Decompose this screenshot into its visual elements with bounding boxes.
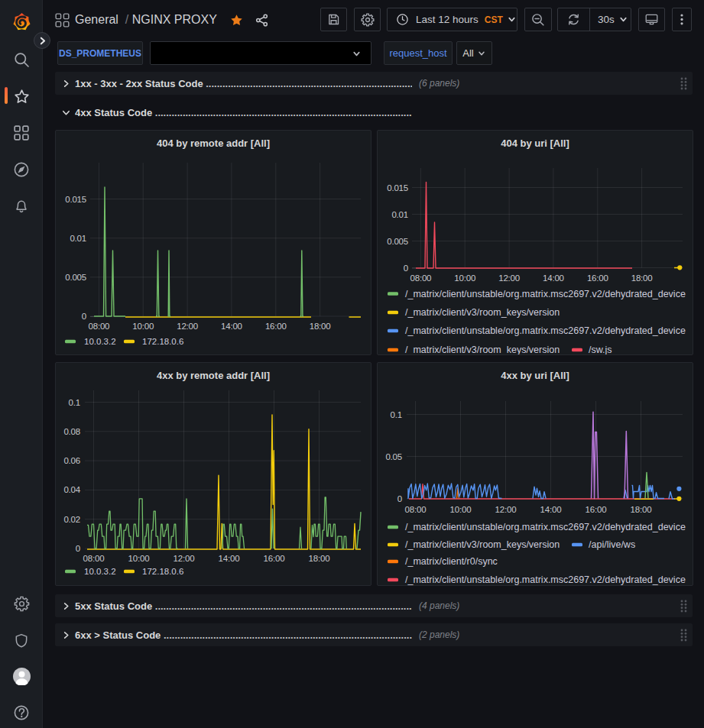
- svg-text:10.0.3.2: 10.0.3.2: [84, 567, 116, 576]
- svg-text:0.1: 0.1: [391, 410, 402, 419]
- svg-text:18:00: 18:00: [309, 554, 330, 563]
- svg-text:/_matrix/client/unstable/org.m: /_matrix/client/unstable/org.matrix.msc2…: [405, 574, 686, 585]
- svg-text:08:00: 08:00: [89, 322, 110, 331]
- svg-text:/sw.js: /sw.js: [589, 345, 612, 355]
- svg-text:/_matrix/client/unstable/org.m: /_matrix/client/unstable/org.matrix.msc2…: [405, 522, 686, 532]
- svg-text:14:00: 14:00: [543, 273, 564, 283]
- svg-text:12:00: 12:00: [498, 273, 520, 283]
- svg-text:12:00: 12:00: [495, 505, 517, 514]
- svg-text:0.01: 0.01: [391, 210, 408, 219]
- svg-text:0.01: 0.01: [70, 234, 86, 243]
- svg-text:08:00: 08:00: [410, 273, 432, 283]
- svg-text:16:00: 16:00: [265, 322, 287, 331]
- svg-text:10.0.3.2: 10.0.3.2: [84, 337, 116, 346]
- svg-text:172.18.0.6: 172.18.0.6: [142, 337, 183, 346]
- svg-text:10:00: 10:00: [454, 273, 475, 283]
- svg-text:14:00: 14:00: [540, 505, 562, 514]
- svg-text:/_matrix/client/v3/room_keys/v: /_matrix/client/v3/room_keys/version: [405, 307, 560, 318]
- svg-text:0.05: 0.05: [385, 452, 402, 461]
- svg-text:0.005: 0.005: [65, 273, 86, 282]
- svg-text:0: 0: [82, 312, 86, 321]
- svg-text:/_matrix/client/v3/room_keys/v: /_matrix/client/v3/room_keys/version: [405, 539, 560, 550]
- svg-text:0.1: 0.1: [69, 398, 80, 407]
- svg-text:08:00: 08:00: [405, 505, 427, 514]
- svg-text:16:00: 16:00: [264, 554, 285, 563]
- svg-text:/_matrix/client/v3/room_keys/v: /_matrix/client/v3/room_keys/version: [405, 345, 560, 355]
- svg-text:08:00: 08:00: [83, 554, 105, 563]
- svg-text:14:00: 14:00: [219, 554, 240, 563]
- svg-text:10:00: 10:00: [128, 554, 150, 563]
- svg-text:16:00: 16:00: [587, 273, 608, 283]
- svg-text:/_matrix/client/unstable/org.m: /_matrix/client/unstable/org.matrix.msc2…: [405, 325, 686, 336]
- svg-text:18:00: 18:00: [631, 505, 652, 514]
- svg-text:10:00: 10:00: [132, 322, 154, 331]
- svg-text:10:00: 10:00: [450, 505, 472, 514]
- svg-text:18:00: 18:00: [631, 273, 653, 283]
- svg-text:/_matrix/client/r0/sync: /_matrix/client/r0/sync: [405, 556, 498, 567]
- svg-text:12:00: 12:00: [174, 554, 195, 563]
- svg-text:0.06: 0.06: [63, 456, 80, 465]
- svg-text:0.04: 0.04: [63, 485, 80, 494]
- svg-text:172.18.0.6: 172.18.0.6: [142, 567, 183, 576]
- svg-text:/_matrix/client/unstable/org.m: /_matrix/client/unstable/org.matrix.msc2…: [405, 289, 686, 299]
- svg-text:0: 0: [76, 544, 80, 553]
- svg-text:0.005: 0.005: [387, 237, 408, 246]
- svg-text:18:00: 18:00: [310, 322, 331, 331]
- svg-text:16:00: 16:00: [586, 505, 607, 514]
- svg-text:0.02: 0.02: [63, 515, 80, 524]
- svg-text:14:00: 14:00: [221, 322, 242, 331]
- svg-text:0.015: 0.015: [387, 183, 408, 193]
- svg-text:0.015: 0.015: [65, 195, 86, 204]
- svg-text:12:00: 12:00: [177, 322, 198, 331]
- svg-text:0: 0: [404, 264, 408, 273]
- svg-text:0.08: 0.08: [63, 427, 80, 436]
- svg-text:/api/live/ws: /api/live/ws: [589, 539, 635, 550]
- svg-text:0: 0: [397, 494, 402, 503]
